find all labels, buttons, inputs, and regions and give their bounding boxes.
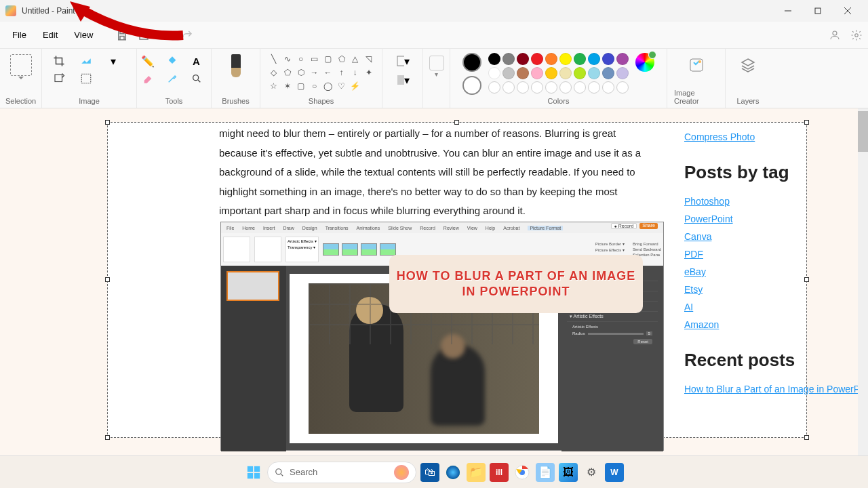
palette-color[interactable] [602,53,614,65]
palette-color[interactable] [602,67,614,79]
color-2[interactable] [462,76,481,95]
redo-icon[interactable] [181,29,193,41]
menu-view[interactable]: View [67,26,100,44]
palette-color[interactable] [502,81,515,94]
palette-color[interactable] [488,67,500,79]
palette-color[interactable] [531,81,543,94]
size-tool[interactable] [429,56,444,70]
palette-color[interactable] [616,53,629,65]
palette-color[interactable] [488,53,500,65]
canvas-selection[interactable]: might need to blur them – entirely or pa… [107,122,807,438]
ribbon-label-tools: Tools [165,97,183,106]
crop-tool[interactable] [52,54,66,68]
menu-file[interactable]: File [5,26,33,44]
magnifier-tool[interactable] [190,72,203,85]
taskbar-settings[interactable]: ⚙ [582,463,601,482]
palette-color[interactable] [488,81,500,94]
palette-color[interactable] [517,81,529,94]
taskbar-edge[interactable] [443,463,462,482]
layers-tool[interactable] [740,57,756,73]
maximize-button[interactable] [803,1,833,20]
ribbon-label-selection: Selection [5,97,36,106]
color-1[interactable] [462,53,481,72]
tag-link[interactable]: PowerPoint [684,214,733,224]
chevron-down-icon[interactable]: ▾ [106,54,120,68]
pencil-tool[interactable]: ✏️ [141,54,155,68]
eraser-tool[interactable] [141,72,155,85]
image-creator-tool[interactable] [688,57,705,73]
palette-color[interactable] [545,67,557,79]
svg-point-18 [276,468,281,474]
taskbar-store[interactable]: 🛍 [420,463,439,482]
tag-link[interactable]: Etsy [684,284,703,295]
vertical-scrollbar[interactable] [858,108,868,455]
palette-color[interactable] [545,53,557,65]
svg-point-4 [833,31,837,35]
heading-posts-by-tag: Posts by tag [684,162,868,183]
palette-color[interactable] [588,67,600,79]
settings-icon[interactable] [850,29,863,41]
tag-link[interactable]: Photoshop [684,196,730,207]
palette-color[interactable] [517,53,529,65]
taskbar-search[interactable]: Search [267,462,416,483]
ribbon-label-creator: Image Creator [674,89,718,106]
start-button[interactable] [244,463,263,482]
ribbon-label-image: Image [79,97,100,106]
taskbar-explorer[interactable]: 📁 [467,463,486,482]
resize-tool[interactable] [79,54,93,68]
brush-tool[interactable] [231,54,241,77]
close-button[interactable] [833,1,863,20]
taskbar-notepad[interactable]: 📄 [536,463,555,482]
tag-link[interactable]: PDF [684,249,703,260]
palette-color[interactable] [602,81,614,94]
taskbar-app-red[interactable]: ill [490,463,509,482]
palette-color[interactable] [616,81,629,94]
remove-bg-tool[interactable] [79,72,93,85]
palette-color[interactable] [517,67,529,79]
tag-link[interactable]: AI [684,302,693,312]
taskbar-word[interactable]: W [605,463,624,482]
shapes-gallery[interactable]: ╲∿○▭▢⬠△◹ ◇⬠⬡→←↑↓✦ ☆✶▢○◯♡⚡ [268,53,375,92]
share-icon[interactable] [138,29,150,41]
svg-rect-10 [397,56,404,66]
palette-color[interactable] [531,67,543,79]
text-tool[interactable]: A [190,54,203,68]
minimize-button[interactable] [773,1,803,20]
picker-tool[interactable] [165,72,179,85]
palette-color[interactable] [545,81,557,94]
recent-post-link[interactable]: How to Blur a Part of an Image in PowerP… [684,384,868,394]
tag-link[interactable]: Amazon [684,319,719,330]
tag-link[interactable]: eBay [684,266,706,277]
palette-color[interactable] [574,67,586,79]
palette-color[interactable] [588,81,600,94]
account-icon[interactable] [829,29,841,41]
link-compress[interactable]: Compress Photo [684,131,755,142]
palette-color[interactable] [502,53,515,65]
fill-tool[interactable] [165,54,179,68]
selection-tool[interactable] [10,54,32,76]
palette-color[interactable] [574,81,586,94]
outline-tool[interactable]: ▾ [396,54,410,68]
save-icon[interactable] [116,29,128,41]
palette-color[interactable] [616,67,629,79]
tag-link[interactable]: Canva [684,231,711,242]
taskbar-chrome[interactable] [513,463,532,482]
edit-colors[interactable] [635,53,654,72]
menu-bar: File Edit View [0,22,868,49]
color-palette[interactable] [488,53,629,94]
undo-icon[interactable] [159,29,172,41]
menu-edit[interactable]: Edit [36,26,64,44]
palette-color[interactable] [559,53,572,65]
taskbar: Search 🛍 📁 ill 📄 🖼 ⚙ W [0,455,868,488]
rotate-tool[interactable] [52,72,66,85]
palette-color[interactable] [502,67,515,79]
paint-app-icon [5,5,16,16]
window-title: Untitled - Paint [22,6,773,16]
palette-color[interactable] [559,81,572,94]
palette-color[interactable] [531,53,543,65]
palette-color[interactable] [574,53,586,65]
palette-color[interactable] [588,53,600,65]
taskbar-photos[interactable]: 🖼 [559,463,578,482]
palette-color[interactable] [559,67,572,79]
fill-shape-tool[interactable]: ▾ [396,73,410,87]
